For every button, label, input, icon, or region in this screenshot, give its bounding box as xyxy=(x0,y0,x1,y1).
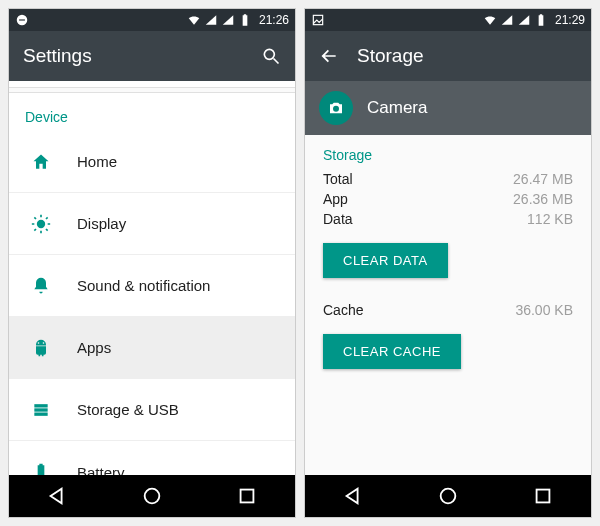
svg-line-3 xyxy=(274,59,279,64)
home-icon xyxy=(31,152,51,172)
svg-point-5 xyxy=(38,342,40,344)
svg-point-13 xyxy=(333,106,339,112)
home-nav-icon[interactable] xyxy=(437,485,459,507)
svg-point-14 xyxy=(441,489,456,504)
search-icon[interactable] xyxy=(261,46,281,66)
svg-point-2 xyxy=(264,49,274,59)
row-value: 26.36 MB xyxy=(513,191,573,207)
settings-item-sound[interactable]: Sound & notification xyxy=(9,255,295,317)
row-total: Total 26.47 MB xyxy=(305,169,591,189)
home-nav-icon[interactable] xyxy=(141,485,163,507)
page-title: Storage xyxy=(357,45,424,67)
row-app: App 26.36 MB xyxy=(305,189,591,209)
battery-icon xyxy=(31,462,51,475)
row-value: 112 KB xyxy=(527,211,573,227)
action-bar: Settings xyxy=(9,31,295,81)
row-cache: Cache 36.00 KB xyxy=(305,300,591,320)
settings-content: Device Home Display Sound & notification… xyxy=(9,81,295,475)
status-bar: 21:26 xyxy=(9,9,295,31)
row-label: Data xyxy=(323,211,353,227)
settings-screen: 21:26 Settings Device Home Display Sound… xyxy=(8,8,296,518)
svg-point-6 xyxy=(43,342,45,344)
list-item-label: Apps xyxy=(77,339,111,356)
clock: 21:29 xyxy=(555,13,585,27)
list-item-label: Home xyxy=(77,153,117,170)
settings-item-battery[interactable]: Battery xyxy=(9,441,295,475)
clock: 21:26 xyxy=(259,13,289,27)
page-title: Settings xyxy=(23,45,92,67)
android-icon xyxy=(31,338,51,358)
svg-rect-11 xyxy=(241,490,254,503)
back-icon[interactable] xyxy=(342,485,364,507)
signal-icon-2 xyxy=(517,13,531,27)
clear-data-button[interactable]: CLEAR DATA xyxy=(323,243,448,278)
divider xyxy=(9,87,295,93)
screenshot-icon xyxy=(311,13,325,27)
signal-icon xyxy=(204,13,218,27)
svg-rect-9 xyxy=(34,412,47,415)
settings-item-home[interactable]: Home xyxy=(9,131,295,193)
brightness-icon xyxy=(31,214,51,234)
wifi-icon xyxy=(187,13,201,27)
battery-icon xyxy=(238,13,252,27)
action-bar: Storage xyxy=(305,31,591,81)
storage-content: Storage Total 26.47 MB App 26.36 MB Data… xyxy=(305,135,591,475)
row-value: 26.47 MB xyxy=(513,171,573,187)
list-item-label: Storage & USB xyxy=(77,401,179,418)
storage-screen: 21:29 Storage Camera Storage Total 26.47… xyxy=(304,8,592,518)
back-icon[interactable] xyxy=(46,485,68,507)
wifi-icon xyxy=(483,13,497,27)
svg-rect-15 xyxy=(537,490,550,503)
app-header-band: Camera xyxy=(305,81,591,135)
row-label: Cache xyxy=(323,302,363,318)
dnd-icon xyxy=(15,13,29,27)
navigation-bar xyxy=(9,475,295,517)
list-item-label: Battery xyxy=(77,464,125,476)
row-value: 36.00 KB xyxy=(515,302,573,318)
row-label: Total xyxy=(323,171,353,187)
recents-icon[interactable] xyxy=(532,485,554,507)
back-arrow-icon[interactable] xyxy=(319,46,339,66)
svg-rect-8 xyxy=(34,408,47,411)
list-item-label: Display xyxy=(77,215,126,232)
list-item-label: Sound & notification xyxy=(77,277,210,294)
svg-rect-7 xyxy=(34,404,47,407)
bell-icon xyxy=(31,276,51,296)
settings-item-display[interactable]: Display xyxy=(9,193,295,255)
section-label-storage: Storage xyxy=(305,135,591,169)
settings-item-apps[interactable]: Apps xyxy=(9,317,295,379)
svg-point-10 xyxy=(145,489,160,504)
signal-icon-2 xyxy=(221,13,235,27)
recents-icon[interactable] xyxy=(236,485,258,507)
navigation-bar xyxy=(305,475,591,517)
app-name: Camera xyxy=(367,98,427,118)
section-label-device: Device xyxy=(9,97,295,131)
signal-icon xyxy=(500,13,514,27)
clear-cache-button[interactable]: CLEAR CACHE xyxy=(323,334,461,369)
storage-icon xyxy=(31,400,51,420)
settings-item-storage[interactable]: Storage & USB xyxy=(9,379,295,441)
row-data: Data 112 KB xyxy=(305,209,591,229)
battery-icon xyxy=(534,13,548,27)
camera-icon xyxy=(319,91,353,125)
svg-point-4 xyxy=(37,219,45,227)
svg-rect-1 xyxy=(19,19,25,20)
row-label: App xyxy=(323,191,348,207)
status-bar: 21:29 xyxy=(305,9,591,31)
